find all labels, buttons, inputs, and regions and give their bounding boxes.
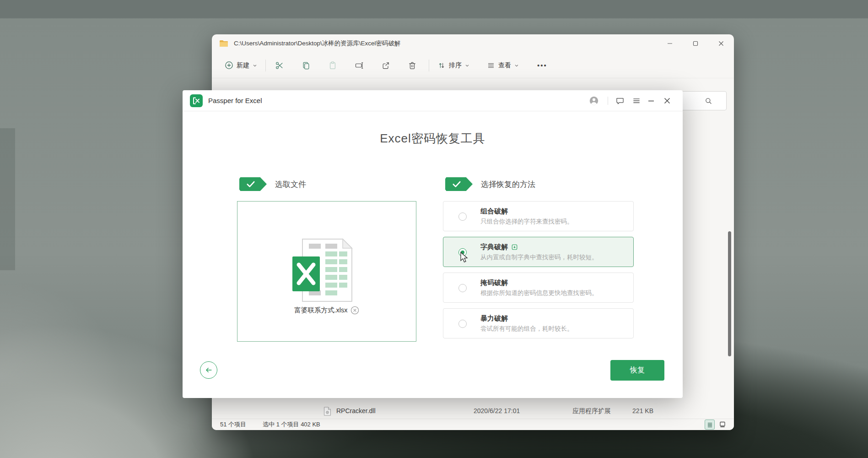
dictionary-settings-icon [511, 244, 518, 251]
details-view-icon [707, 422, 713, 428]
chevron-down-icon [465, 63, 469, 68]
feedback-button[interactable] [615, 95, 625, 107]
remove-file-button[interactable] [350, 306, 359, 315]
step-complete-badge [445, 177, 473, 191]
step-file-label: 选取文件 [275, 179, 306, 190]
share-button[interactable] [377, 57, 395, 74]
checkmark-icon [246, 180, 256, 188]
dialog-minimize-button[interactable] [646, 95, 657, 107]
rename-icon [355, 61, 364, 70]
rename-button[interactable] [350, 57, 368, 74]
toolbar-divider [265, 60, 266, 71]
explorer-titlebar[interactable]: C:\Users\Administrator\Desktop\冰棒的资源库\Ex… [212, 34, 734, 53]
details-view-button[interactable] [705, 420, 715, 430]
explorer-maximize-button[interactable] [683, 34, 708, 53]
account-button[interactable] [588, 95, 599, 107]
new-button[interactable]: 新建 [221, 58, 261, 72]
option-brute-force-attack[interactable]: 暴力破解 尝试所有可能的组合，耗时较长。 [443, 308, 634, 338]
view-lines-icon [487, 61, 495, 70]
option-title: 暴力破解 [480, 314, 508, 323]
dialog-title: Passper for Excel [208, 97, 262, 104]
back-button[interactable] [200, 361, 217, 379]
background-shadow-strip [0, 128, 15, 270]
file-name: RPCracker.dll [336, 407, 376, 414]
sort-arrows-icon [437, 61, 446, 70]
explorer-close-button[interactable] [708, 34, 734, 53]
paste-button[interactable] [323, 57, 342, 74]
mouse-cursor [459, 251, 470, 264]
file-modified-date: 2020/6/22 17:01 [474, 407, 520, 414]
radio-unselected[interactable] [458, 284, 467, 292]
file-size: 221 KB [615, 407, 653, 414]
trash-icon [408, 61, 417, 70]
dialog-titlebar[interactable]: Passper for Excel [183, 90, 683, 111]
new-button-label: 新建 [237, 61, 249, 70]
option-mask-attack[interactable]: 掩码破解 根据你所知道的密码信息更快地查找密码。 [443, 273, 634, 303]
step-method-label: 选择恢复的方法 [481, 179, 535, 190]
recover-button[interactable]: 恢复 [610, 360, 664, 381]
option-title: 掩码破解 [480, 278, 508, 287]
recovery-method-list: 组合破解 只组合你选择的字符来查找密码。 字典破解 从内置或自制字典中查找密码，… [443, 201, 634, 344]
selected-file-panel: 富婆联系方式.xlsx [237, 201, 416, 342]
toolbar-divider [429, 60, 429, 71]
step-complete-badge [239, 177, 267, 191]
passper-dialog-window: Passper for Excel Excel密码 [183, 90, 683, 398]
plus-circle-icon [225, 61, 233, 70]
selection-summary: 选中 1 个项目 402 KB [263, 420, 320, 429]
explorer-path: C:\Users\Administrator\Desktop\冰棒的资源库\Ex… [234, 39, 401, 48]
close-icon [663, 97, 671, 105]
delete-button[interactable] [403, 57, 421, 74]
search-icon [705, 97, 712, 105]
chevron-down-icon [514, 63, 519, 68]
file-row-rpcracker[interactable]: RPCracker.dll 2020/6/22 17:01 应用程序扩展 221… [212, 403, 734, 419]
cut-button[interactable] [270, 57, 289, 74]
menu-button[interactable] [631, 95, 642, 107]
desktop-background: C:\Users\Administrator\Desktop\冰棒的资源库\Ex… [0, 0, 868, 458]
explorer-scrollbar-thumb[interactable] [728, 231, 731, 356]
view-button[interactable]: 查看 [483, 59, 523, 72]
option-dictionary-attack[interactable]: 字典破解 从内置或自制字典中查找密码，耗时较短。 [443, 237, 634, 267]
paste-icon [328, 61, 337, 70]
option-title: 字典破解 [480, 243, 508, 251]
option-description: 只组合你选择的字符来查找密码。 [480, 218, 573, 226]
thumbnail-view-button[interactable] [717, 420, 728, 430]
file-type: 应用程序扩展 [572, 407, 611, 415]
explorer-toolbar: 新建 排序 [212, 53, 734, 78]
scissors-icon [275, 61, 284, 70]
items-count: 51 个项目 [220, 420, 246, 429]
checkmark-icon [452, 180, 462, 188]
minimize-icon [647, 97, 655, 105]
chat-bubble-icon [615, 96, 625, 105]
chevron-down-icon [253, 63, 257, 68]
selected-file-name: 富婆联系方式.xlsx [295, 306, 348, 315]
explorer-minimize-button[interactable] [657, 34, 683, 53]
explorer-statusbar: 51 个项目 选中 1 个项目 402 KB [212, 419, 734, 430]
dialog-heading: Excel密码恢复工具 [183, 131, 683, 147]
titlebar-divider [608, 97, 608, 105]
view-button-label: 查看 [498, 61, 511, 70]
more-options-button[interactable]: ••• [533, 61, 552, 69]
folder-icon [219, 40, 228, 47]
arrow-left-icon [204, 365, 213, 375]
radio-unselected[interactable] [458, 320, 467, 328]
radio-unselected[interactable] [458, 213, 467, 221]
hamburger-menu-icon [632, 96, 641, 105]
option-title: 组合破解 [480, 207, 508, 216]
option-description: 根据你所知道的密码信息更快地查找密码。 [480, 289, 598, 297]
excel-file-icon [289, 238, 357, 302]
option-description: 从内置或自制字典中查找密码，耗时较短。 [480, 253, 598, 262]
sort-button-label: 排序 [449, 61, 462, 70]
option-description: 尝试所有可能的组合，耗时较长。 [480, 325, 573, 333]
dll-file-icon [323, 407, 331, 416]
share-icon [381, 61, 390, 70]
sort-button[interactable]: 排序 [434, 59, 473, 72]
person-icon [589, 96, 599, 106]
thumbnail-view-icon [719, 421, 726, 428]
copy-button[interactable] [297, 57, 315, 74]
dialog-close-button[interactable] [662, 95, 673, 107]
option-combination-attack[interactable]: 组合破解 只组合你选择的字符来查找密码。 [443, 201, 634, 231]
passper-app-icon [190, 94, 203, 107]
copy-icon [302, 61, 311, 70]
